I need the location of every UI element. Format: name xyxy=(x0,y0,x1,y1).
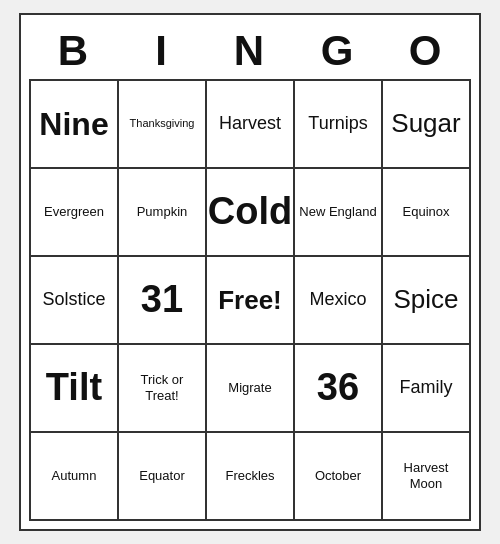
bingo-cell: Trick or Treat! xyxy=(119,345,207,433)
cell-text: Migrate xyxy=(228,380,271,396)
cell-text: October xyxy=(315,468,361,484)
header-letter: N xyxy=(205,23,293,79)
bingo-header: BINGO xyxy=(29,23,471,79)
bingo-cell: Autumn xyxy=(31,433,119,521)
bingo-cell: Thanksgiving xyxy=(119,81,207,169)
bingo-cell: Free! xyxy=(207,257,295,345)
bingo-cell: Cold xyxy=(207,169,295,257)
bingo-grid: NineThanksgivingHarvestTurnipsSugarEverg… xyxy=(29,79,471,521)
bingo-card: BINGO NineThanksgivingHarvestTurnipsSuga… xyxy=(19,13,481,531)
bingo-cell: Spice xyxy=(383,257,471,345)
bingo-cell: 36 xyxy=(295,345,383,433)
cell-text: Harvest xyxy=(219,113,281,135)
cell-text: Thanksgiving xyxy=(130,117,195,130)
cell-text: Sugar xyxy=(391,108,460,139)
bingo-cell: Equator xyxy=(119,433,207,521)
cell-text: New England xyxy=(299,204,376,220)
cell-text: Mexico xyxy=(309,289,366,311)
cell-text: Trick or Treat! xyxy=(123,372,201,403)
cell-text: Autumn xyxy=(52,468,97,484)
bingo-cell: Nine xyxy=(31,81,119,169)
cell-text: Evergreen xyxy=(44,204,104,220)
bingo-cell: Turnips xyxy=(295,81,383,169)
bingo-cell: October xyxy=(295,433,383,521)
cell-text: Equator xyxy=(139,468,185,484)
bingo-cell: Pumpkin xyxy=(119,169,207,257)
bingo-cell: Tilt xyxy=(31,345,119,433)
cell-text: Free! xyxy=(218,285,282,316)
header-letter: I xyxy=(117,23,205,79)
cell-text: Cold xyxy=(208,189,292,235)
header-letter: G xyxy=(293,23,381,79)
bingo-cell: Mexico xyxy=(295,257,383,345)
bingo-cell: Family xyxy=(383,345,471,433)
cell-text: Freckles xyxy=(225,468,274,484)
header-letter: B xyxy=(29,23,117,79)
bingo-cell: Sugar xyxy=(383,81,471,169)
bingo-cell: Freckles xyxy=(207,433,295,521)
header-letter: O xyxy=(381,23,469,79)
cell-text: Tilt xyxy=(46,365,102,411)
bingo-cell: New England xyxy=(295,169,383,257)
bingo-cell: Harvest xyxy=(207,81,295,169)
cell-text: Pumpkin xyxy=(137,204,188,220)
bingo-cell: Harvest Moon xyxy=(383,433,471,521)
cell-text: Solstice xyxy=(42,289,105,311)
bingo-cell: Migrate xyxy=(207,345,295,433)
bingo-cell: Solstice xyxy=(31,257,119,345)
cell-text: Nine xyxy=(39,105,108,143)
cell-text: Equinox xyxy=(403,204,450,220)
cell-text: Turnips xyxy=(308,113,367,135)
cell-text: Harvest Moon xyxy=(387,460,465,491)
cell-text: 36 xyxy=(317,365,359,411)
cell-text: Family xyxy=(400,377,453,399)
cell-text: Spice xyxy=(393,284,458,315)
bingo-cell: Equinox xyxy=(383,169,471,257)
bingo-cell: 31 xyxy=(119,257,207,345)
bingo-cell: Evergreen xyxy=(31,169,119,257)
cell-text: 31 xyxy=(141,277,183,323)
